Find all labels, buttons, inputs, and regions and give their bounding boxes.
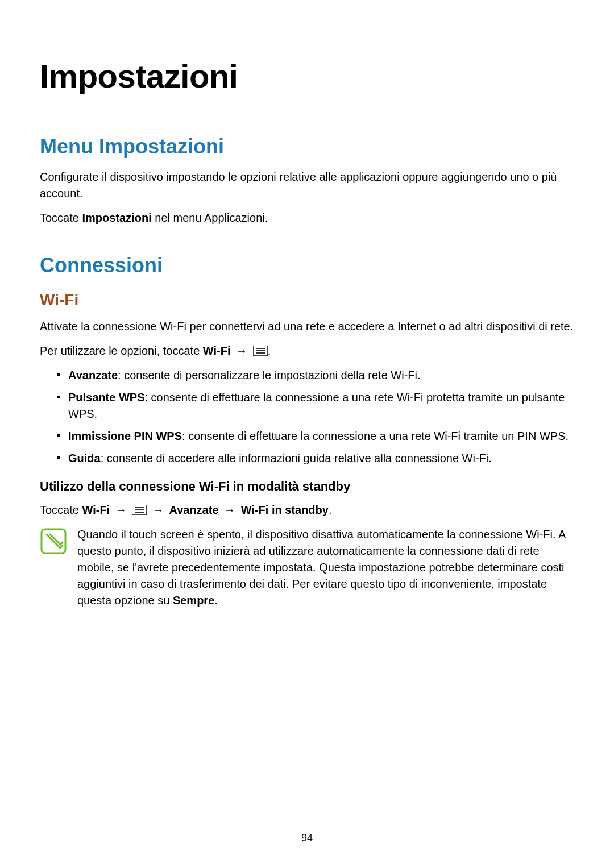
- wifi-paragraph-2: Per utilizzare le opzioni, toccate Wi-Fi…: [40, 343, 574, 359]
- text-fragment: Per utilizzare le opzioni, toccate: [40, 344, 203, 357]
- text-fragment: .: [329, 504, 332, 516]
- list-item-text: : consente di personalizzare le impostaz…: [118, 369, 420, 381]
- menu-icon: [253, 346, 268, 356]
- bold-wifi: Wi-Fi: [203, 344, 231, 357]
- page-number: 94: [0, 832, 614, 844]
- section1-paragraph-2: Toccate Impostazioni nel menu Applicazio…: [40, 210, 574, 226]
- section-title-menu-impostazioni: Menu Impostazioni: [40, 135, 574, 159]
- list-item-bold: Pulsante WPS: [68, 391, 144, 404]
- text-fragment: Toccate: [40, 504, 82, 516]
- list-item-bold: Guida: [68, 452, 101, 464]
- arrow-icon: →: [113, 504, 129, 516]
- list-item-bold: Avanzate: [68, 369, 118, 381]
- page-content: Impostazioni Menu Impostazioni Configura…: [0, 0, 614, 609]
- list-item-text: : consente di accedere alle informazioni…: [101, 452, 492, 464]
- list-item: Immissione PIN WPS: consente di effettua…: [57, 428, 574, 445]
- arrow-icon: →: [222, 504, 238, 516]
- subsection-title-wifi: Wi-Fi: [40, 291, 574, 309]
- note-text: Quando il touch screen è spento, il disp…: [77, 526, 574, 609]
- standby-sequence: Toccate Wi-Fi → → Avanzate → Wi-Fi in st…: [40, 502, 574, 518]
- text-fragment: .: [214, 594, 218, 607]
- list-item-bold: Immissione PIN WPS: [68, 430, 182, 442]
- section-title-connessioni: Connessioni: [40, 254, 574, 277]
- bold-wifi: Wi-Fi: [82, 504, 110, 516]
- wifi-paragraph-1: Attivate la connessione Wi-Fi per connet…: [40, 318, 574, 335]
- note-block: Quando il touch screen è spento, il disp…: [40, 526, 574, 609]
- list-item: Avanzate: consente di personalizzare le …: [57, 367, 574, 384]
- list-item: Pulsante WPS: consente di effettuare la …: [57, 389, 574, 422]
- list-item-text: : consente di effettuare la connessione …: [182, 430, 569, 442]
- note-icon: [40, 528, 67, 557]
- text-fragment: Toccate: [40, 211, 82, 224]
- arrow-icon: →: [150, 504, 166, 516]
- bold-avanzate: Avanzate: [169, 504, 218, 516]
- text-fragment: nel menu Applicazioni.: [152, 211, 268, 224]
- bold-sempre: Sempre: [173, 594, 214, 607]
- page-title: Impostazioni: [40, 57, 574, 95]
- wifi-options-list: Avanzate: consente di personalizzare le …: [40, 367, 574, 467]
- menu-icon: [132, 505, 147, 515]
- arrow-icon: →: [234, 344, 250, 357]
- list-item: Guida: consente di accedere alle informa…: [57, 450, 574, 467]
- section1-paragraph-1: Configurate il dispositivo impostando le…: [40, 169, 574, 202]
- bold-wifi-standby: Wi-Fi in standby: [241, 504, 329, 516]
- text-fragment: .: [268, 344, 271, 357]
- text-fragment: Quando il touch screen è spento, il disp…: [77, 528, 565, 607]
- subsubsection-title-standby: Utilizzo della connessione Wi-Fi in moda…: [40, 479, 574, 494]
- bold-impostazioni: Impostazioni: [82, 211, 151, 224]
